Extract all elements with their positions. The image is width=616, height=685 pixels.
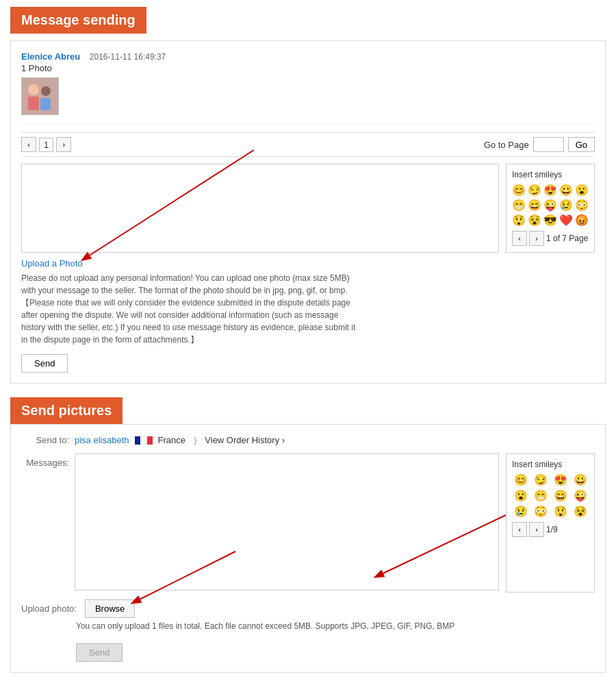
upload-photo-link[interactable]: Upload a Photo [21, 258, 83, 269]
upload-notice: Please do not upload any personal inform… [21, 272, 357, 346]
smileys-panel: Insert smileys 😊 😏 😍 😀 😮 😁 😄 😜 😢 😳 😲 😵 😎… [506, 164, 595, 253]
smileys-page-info: 1 of 7 Page [546, 234, 588, 243]
messages-row: Messages: Insert smileys 😊 [21, 453, 595, 593]
section2-wrapper: Send to: pisa elisabeth France ) View Or… [10, 424, 606, 673]
browse-btn[interactable]: Browse [85, 599, 135, 618]
smiley-4[interactable]: 😀 [559, 184, 573, 197]
smiley-12[interactable]: 😵 [528, 214, 541, 227]
smiley-11[interactable]: 😲 [512, 214, 526, 227]
smiley2-10[interactable]: 😳 [532, 505, 549, 518]
svg-rect-3 [28, 97, 39, 110]
send-row-2: Send [76, 638, 595, 662]
smiley2-11[interactable]: 😲 [552, 505, 569, 518]
smileys-title-2: Insert smileys [512, 460, 589, 469]
svg-point-2 [41, 86, 51, 96]
messages-label: Messages: [21, 453, 69, 468]
browse-wrap: Browse [85, 599, 135, 618]
pagination-bar: ‹ 1 › Go to Page Go [21, 132, 595, 157]
photo-thumbnail [21, 77, 59, 115]
smileys-title: Insert smileys [512, 170, 589, 179]
messages-content: Insert smileys 😊 😏 😍 😀 😮 😁 😄 😜 😢 😳 😲 😵 [75, 453, 595, 593]
smiley2-9[interactable]: 😢 [512, 505, 529, 518]
smiley-2[interactable]: 😏 [528, 184, 541, 197]
smiley-1[interactable]: 😊 [512, 184, 526, 197]
smiley2-1[interactable]: 😊 [512, 473, 529, 486]
current-page: 1 [39, 138, 53, 152]
photo-count: 1 Photo [21, 63, 595, 73]
smileys2-page-info: 1/9 [546, 525, 558, 534]
upload-notice-2: You can only upload 1 files in total. Ea… [76, 621, 595, 631]
smiley2-2[interactable]: 😏 [532, 473, 549, 486]
section1-title: Message sending [10, 7, 146, 34]
message-meta: Elenice Abreu 2016-11-11 16:49:37 [21, 51, 595, 62]
flag-blue [135, 436, 140, 445]
smiley-6[interactable]: 😁 [512, 199, 526, 212]
smiley2-8[interactable]: 😜 [572, 489, 589, 502]
message-textarea[interactable] [21, 164, 499, 253]
smileys-next-btn[interactable]: › [529, 231, 544, 246]
compose-area: Insert smileys 😊 😏 😍 😀 😮 😁 😄 😜 😢 😳 😲 😵 😎… [21, 164, 595, 253]
goto-page-input[interactable] [533, 137, 564, 152]
france-flag [135, 436, 153, 445]
prev-page-btn[interactable]: ‹ [21, 137, 36, 152]
smiley2-4[interactable]: 😀 [572, 473, 589, 486]
sender-name[interactable]: Elenice Abreu [21, 51, 80, 62]
smiley-14[interactable]: ❤️ [559, 214, 573, 227]
smiley2-7[interactable]: 😄 [552, 489, 569, 502]
message-textarea-2[interactable] [75, 453, 499, 590]
upload-area: Upload a Photo Please do not upload any … [21, 258, 595, 346]
smileys2-prev-btn[interactable]: ‹ [512, 522, 527, 537]
send-to-label: Send to: [21, 435, 69, 445]
smiley-15[interactable]: 😡 [575, 214, 589, 227]
recipient-name[interactable]: pisa elisabeth [75, 435, 129, 445]
send-button-2[interactable]: Send [76, 643, 123, 662]
send-to-row: Send to: pisa elisabeth France ) View Or… [21, 435, 595, 445]
flag-white [141, 436, 146, 445]
send-button-1[interactable]: Send [21, 354, 68, 373]
textarea-wrap [75, 453, 499, 593]
smiley2-3[interactable]: 😍 [552, 473, 569, 486]
smiley2-6[interactable]: 😁 [532, 489, 549, 502]
section2-title: Send pictures [10, 397, 123, 424]
smiley2-5[interactable]: 😮 [512, 489, 529, 502]
next-page-btn[interactable]: › [56, 137, 71, 152]
goto-label: Go to Page [484, 140, 529, 150]
smiley-8[interactable]: 😜 [543, 199, 557, 212]
smileys-nav: ‹ › 1 of 7 Page [512, 231, 589, 246]
smiley2-12[interactable]: 😵 [572, 505, 589, 518]
smileys2-next-btn[interactable]: › [529, 522, 544, 537]
smiley-7[interactable]: 😄 [528, 199, 541, 212]
smiley-13[interactable]: 😎 [543, 214, 557, 227]
smiley-9[interactable]: 😢 [559, 199, 573, 212]
smiley-10[interactable]: 😳 [575, 199, 589, 212]
goto-page-area: Go to Page Go [484, 137, 595, 152]
smiley-3[interactable]: 😍 [543, 184, 557, 197]
smileys-grid: 😊 😏 😍 😀 😮 😁 😄 😜 😢 😳 😲 😵 😎 ❤️ 😡 [512, 184, 589, 227]
flag-red [147, 436, 153, 445]
smileys-panel-2: Insert smileys 😊 😏 😍 😀 😮 😁 😄 😜 😢 😳 😲 😵 [506, 453, 595, 593]
goto-btn[interactable]: Go [568, 137, 595, 152]
svg-point-1 [28, 84, 39, 95]
message-timestamp: 2016-11-11 16:49:37 [90, 52, 166, 62]
message-entry: Elenice Abreu 2016-11-11 16:49:37 1 Phot… [21, 51, 595, 124]
upload-photo-label: Upload photo: [21, 603, 77, 614]
upload-photo-row: Upload photo: Browse [21, 599, 595, 618]
smileys-prev-btn[interactable]: ‹ [512, 231, 527, 246]
svg-rect-0 [21, 77, 59, 115]
page-nav-left: ‹ 1 › [21, 137, 71, 152]
section1-wrapper: Elenice Abreu 2016-11-11 16:49:37 1 Phot… [10, 40, 606, 384]
order-history-link[interactable]: View Order History › [205, 435, 285, 445]
smiley-5[interactable]: 😮 [575, 184, 589, 197]
smileys-nav-2: ‹ › 1/9 [512, 522, 589, 537]
smileys-grid-2: 😊 😏 😍 😀 😮 😁 😄 😜 😢 😳 😲 😵 [512, 473, 589, 518]
photo-image [21, 77, 59, 115]
svg-rect-4 [40, 98, 51, 110]
country-name: France [158, 435, 185, 445]
